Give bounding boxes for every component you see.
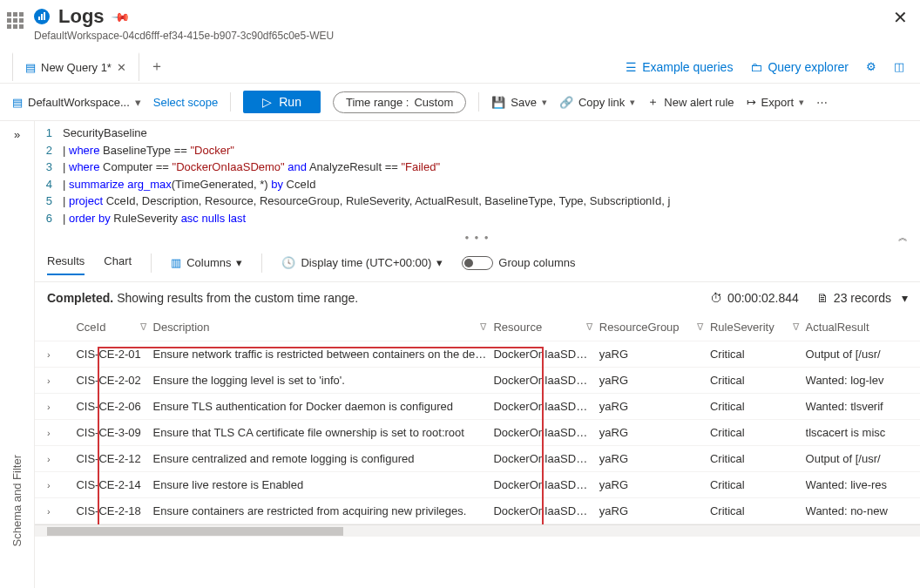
tab-results[interactable]: Results	[47, 251, 85, 274]
pin-icon[interactable]: 📌	[110, 6, 130, 26]
tab-chart[interactable]: Chart	[104, 251, 132, 274]
cell-description: Ensure network traffic is restricted bet…	[153, 348, 494, 361]
stopwatch-icon: ⏱	[710, 291, 722, 305]
cell-resource: DockerOnIaaSDemo	[493, 478, 599, 491]
cell-description: Ensure containers are restricted from ac…	[153, 504, 494, 517]
table-row[interactable]: ›CIS-CE-2-18Ensure containers are restri…	[35, 498, 920, 524]
table-row[interactable]: ›CIS-CE-2-06Ensure TLS authentication fo…	[35, 394, 920, 420]
cell-description: Ensure that TLS CA certificate file owne…	[153, 426, 494, 439]
new-alert-label: New alert rule	[664, 96, 734, 109]
cell-actualresult: Output of [/usr/	[806, 452, 908, 465]
page-header: Logs 📌 DefaultWorkspace-04cd6fff-ef34-41…	[0, 0, 920, 42]
divider	[230, 92, 231, 112]
col-actualresult[interactable]: ActualResult	[806, 321, 908, 334]
cell-resource: DockerOnIaaSDemo	[493, 452, 599, 465]
export-button[interactable]: ↦Export▾	[747, 96, 805, 109]
tab-new-query[interactable]: ▤ New Query 1* ✕	[12, 52, 139, 81]
sidebar-label: Schema and Filter	[10, 455, 24, 547]
expand-row-icon[interactable]: ›	[47, 402, 51, 412]
col-resource[interactable]: Resource∇	[493, 321, 599, 334]
expand-row-icon[interactable]: ›	[47, 506, 51, 517]
cell-cceid: CIS-CE-2-01	[76, 348, 152, 361]
scope-dropdown[interactable]: ▤ DefaultWorkspace... ▾	[12, 96, 141, 109]
columns-icon: ▥	[171, 256, 181, 269]
display-time-button[interactable]: 🕓Display time (UTC+00:00)▾	[281, 256, 443, 269]
close-tab-icon[interactable]: ✕	[117, 61, 126, 74]
page-title: Logs	[58, 5, 105, 28]
table-row[interactable]: ›CIS-CE-2-12Ensure centralized and remot…	[35, 446, 920, 472]
group-columns-label: Group columns	[498, 256, 575, 269]
query-explorer-button[interactable]: 🗀Query explorer	[750, 60, 849, 74]
svg-rect-3	[44, 12, 45, 20]
table-row[interactable]: ›CIS-CE-3-09Ensure that TLS CA certifica…	[35, 420, 920, 446]
save-icon: 💾	[491, 96, 505, 109]
table-row[interactable]: ›CIS-CE-2-14Ensure live restore is Enabl…	[35, 472, 920, 498]
query-editor[interactable]: 1SecurityBaseline2| where BaselineType =…	[35, 121, 920, 230]
expand-row-icon[interactable]: ›	[47, 428, 51, 438]
cell-ruleseverity: Critical	[710, 478, 806, 491]
columns-button[interactable]: ▥Columns▾	[171, 256, 242, 269]
cell-resourcegroup: yaRG	[599, 504, 710, 517]
group-columns-toggle[interactable]: Group columns	[462, 256, 575, 270]
example-queries-label: Example queries	[642, 60, 733, 74]
table-row[interactable]: ›CIS-CE-2-01Ensure network traffic is re…	[35, 341, 920, 368]
expand-row-icon[interactable]: ›	[47, 375, 51, 386]
results-table-wrap: CceId∇ Description∇ Resource∇ ResourceGr…	[35, 314, 920, 588]
settings-icon[interactable]: ⚙	[866, 60, 876, 73]
panel-icon[interactable]: ◫	[894, 60, 904, 73]
clock-icon: 🕓	[281, 256, 295, 269]
cell-ruleseverity: Critical	[710, 374, 806, 387]
expand-row-icon[interactable]: ›	[47, 480, 51, 490]
chevron-down-icon[interactable]: ▾	[902, 291, 908, 305]
svg-rect-1	[38, 17, 40, 20]
expand-row-icon[interactable]: ›	[47, 349, 51, 360]
example-queries-button[interactable]: ☰Example queries	[626, 60, 733, 74]
col-resourcegroup[interactable]: ResourceGroup∇	[599, 321, 710, 334]
select-scope-link[interactable]: Select scope	[153, 96, 218, 109]
cell-description: Ensure the logging level is set to 'info…	[153, 374, 494, 387]
records-icon: 🗎	[816, 291, 829, 305]
run-button[interactable]: ▷Run	[243, 91, 321, 113]
filter-icon[interactable]: ∇	[480, 321, 486, 333]
chevron-down-icon: ▾	[135, 96, 141, 109]
cell-ruleseverity: Critical	[710, 426, 806, 439]
cell-cceid: CIS-CE-2-14	[76, 478, 152, 491]
chevron-down-icon: ▾	[236, 256, 242, 269]
cell-resourcegroup: yaRG	[599, 426, 710, 439]
resize-handle[interactable]: ● ● ●︽	[35, 230, 920, 244]
expand-row-icon[interactable]: ›	[47, 454, 51, 464]
cell-cceid: CIS-CE-3-09	[76, 426, 152, 439]
horizontal-scrollbar[interactable]	[35, 524, 920, 537]
new-alert-button[interactable]: ＋New alert rule	[647, 94, 734, 110]
filter-icon[interactable]: ∇	[697, 321, 703, 333]
time-range-value: Custom	[414, 96, 453, 109]
cell-actualresult: Wanted: no-new	[806, 504, 908, 517]
toggle-switch[interactable]	[462, 256, 493, 270]
query-tabs: ▤ New Query 1* ✕ ＋ ☰Example queries 🗀Que…	[0, 51, 920, 84]
cell-actualresult: tlscacert is misc	[806, 426, 908, 439]
logs-icon	[34, 9, 50, 24]
chevron-up-icon[interactable]: ︽	[898, 231, 908, 244]
filter-icon[interactable]: ∇	[586, 321, 592, 333]
col-cceid[interactable]: CceId∇	[76, 321, 152, 334]
chevron-down-icon: ▾	[630, 97, 635, 108]
close-icon[interactable]: ✕	[893, 7, 908, 28]
table-header: CceId∇ Description∇ Resource∇ ResourceGr…	[35, 314, 920, 341]
expand-sidebar-button[interactable]: »	[14, 128, 20, 141]
col-description[interactable]: Description∇	[153, 321, 494, 334]
filter-icon[interactable]: ∇	[140, 321, 146, 333]
col-ruleseverity[interactable]: RuleSeverity∇	[710, 321, 806, 334]
elapsed-time-value: 00:00:02.844	[727, 291, 799, 305]
cell-cceid: CIS-CE-2-02	[76, 374, 152, 387]
cell-ruleseverity: Critical	[710, 504, 806, 517]
save-button[interactable]: 💾Save▾	[491, 96, 547, 109]
cell-resourcegroup: yaRG	[599, 400, 710, 413]
chevron-down-icon: ▾	[542, 97, 547, 108]
filter-icon[interactable]: ∇	[793, 321, 799, 333]
copy-link-button[interactable]: 🔗Copy link▾	[559, 96, 635, 109]
overflow-menu[interactable]: ⋯	[816, 96, 829, 109]
add-tab-button[interactable]: ＋	[139, 51, 174, 83]
time-range-button[interactable]: Time range :Custom	[333, 91, 466, 113]
table-row[interactable]: ›CIS-CE-2-02Ensure the logging level is …	[35, 368, 920, 394]
run-label: Run	[279, 95, 301, 109]
